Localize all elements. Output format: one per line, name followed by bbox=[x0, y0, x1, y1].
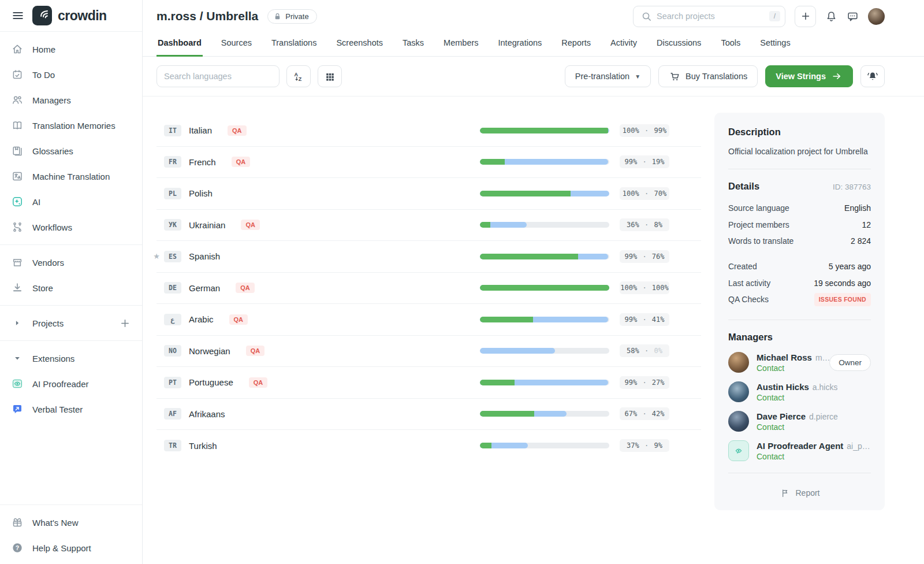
lock-icon bbox=[273, 12, 282, 21]
tab-sources[interactable]: Sources bbox=[220, 32, 253, 57]
language-row-italian[interactable]: IT Italian QA 100% · 99% bbox=[157, 115, 701, 147]
translation-progress-bar bbox=[480, 128, 609, 133]
sidebar-item-extensions[interactable]: Extensions bbox=[0, 346, 142, 371]
qa-issues-badge[interactable]: QA bbox=[241, 220, 260, 230]
create-project-button[interactable] bbox=[795, 6, 816, 27]
contact-link[interactable]: Contact bbox=[757, 363, 829, 373]
tab-tasks[interactable]: Tasks bbox=[401, 32, 425, 57]
qa-issues-badge[interactable]: QA bbox=[246, 346, 265, 356]
notifications-bell-icon[interactable] bbox=[825, 10, 837, 23]
language-row-polish[interactable]: PL Polish 100% · 70% bbox=[157, 178, 701, 210]
language-name: Arabic bbox=[189, 314, 214, 324]
approved-segment bbox=[480, 191, 571, 196]
language-row-afrikaans[interactable]: AF Afrikaans 67% · 42% bbox=[157, 399, 701, 431]
view-strings-button[interactable]: View Strings bbox=[765, 65, 853, 87]
description-text: Official localization project for Umbrel… bbox=[728, 146, 871, 157]
language-row-portuguese[interactable]: PT Portuguese QA 99% · 27% bbox=[157, 367, 701, 399]
sidebar-item-ai[interactable]: AI bbox=[0, 189, 142, 214]
translation-progress-bar bbox=[480, 191, 609, 196]
sidebar-item-workflows[interactable]: Workflows bbox=[0, 214, 142, 240]
details-row-created: Created 5 years ago bbox=[728, 258, 871, 274]
messages-icon[interactable] bbox=[847, 10, 859, 23]
chevron-right-icon bbox=[12, 317, 23, 329]
language-row-norwegian[interactable]: NO Norwegian QA 58% · 0% bbox=[157, 336, 701, 368]
contact-link[interactable]: Contact bbox=[757, 422, 838, 432]
approved-segment bbox=[480, 285, 609, 291]
sidebar-item-glossaries[interactable]: Glossaries bbox=[0, 138, 142, 164]
sidebar-item-store[interactable]: Store bbox=[0, 275, 142, 300]
contact-link[interactable]: Contact bbox=[757, 393, 837, 402]
tab-tools[interactable]: Tools bbox=[720, 32, 742, 57]
divider bbox=[728, 320, 871, 320]
sidebar-item-what-s-new[interactable]: What's New bbox=[0, 510, 142, 535]
subscribe-notifications-button[interactable] bbox=[860, 65, 885, 87]
qa-issues-badge[interactable]: QA bbox=[232, 157, 251, 167]
progress-percentages: 99% · 41% bbox=[620, 313, 669, 326]
tab-translations[interactable]: Translations bbox=[270, 32, 318, 57]
language-list: IT Italian QA 100% · 99% FR French QA 99… bbox=[157, 115, 701, 462]
tab-screenshots[interactable]: Screenshots bbox=[335, 32, 384, 57]
sidebar-item-ai-proofreader[interactable]: AI Proofreader bbox=[0, 371, 142, 396]
language-code-badge: TR bbox=[164, 440, 181, 451]
search-projects-input[interactable] bbox=[657, 12, 765, 21]
search-icon bbox=[640, 10, 652, 22]
topbar: m.ross / Umbrella Private / bbox=[143, 0, 924, 32]
language-row-french[interactable]: FR French QA 99% · 19% bbox=[157, 147, 701, 179]
grid-view-button[interactable] bbox=[318, 65, 342, 87]
language-name: Turkish bbox=[189, 441, 217, 451]
report-link[interactable]: Report bbox=[728, 485, 871, 500]
language-row-turkish[interactable]: TR Turkish 37% · 9% bbox=[157, 430, 701, 462]
progress-percentages: 100% · 70% bbox=[620, 187, 669, 200]
language-name: Ukrainian bbox=[189, 220, 225, 230]
language-name: German bbox=[189, 283, 220, 293]
crowdin-logo[interactable]: crowdin bbox=[32, 6, 107, 25]
contact-link[interactable]: Contact bbox=[757, 452, 871, 461]
qa-issues-badge[interactable]: QA bbox=[229, 314, 248, 325]
add-project-button[interactable] bbox=[120, 318, 131, 329]
managers-title: Managers bbox=[728, 332, 871, 343]
tab-settings[interactable]: Settings bbox=[759, 32, 791, 57]
sidebar-item-translation-memories[interactable]: Translation Memories bbox=[0, 113, 142, 138]
sidebar-item-vendors[interactable]: Vendors bbox=[0, 250, 142, 275]
language-name: Italian bbox=[189, 125, 212, 135]
pre-translation-dropdown[interactable]: Pre-translation ▼ bbox=[565, 65, 651, 87]
language-row-ukrainian[interactable]: УК Ukrainian QA 36% · 8% bbox=[157, 210, 701, 242]
qa-issues-found-badge[interactable]: ISSUES FOUND bbox=[814, 293, 871, 306]
ai-proofreader-icon bbox=[12, 378, 23, 389]
description-title: Description bbox=[728, 127, 871, 138]
qa-issues-badge[interactable]: QA bbox=[228, 125, 247, 136]
sidebar-item-verbal-tester[interactable]: Verbal Tester bbox=[0, 396, 142, 422]
details-row-project-members: Project members 12 bbox=[728, 217, 871, 233]
approved-segment bbox=[480, 159, 505, 165]
sidebar-item-managers[interactable]: Managers bbox=[0, 87, 142, 113]
tab-activity[interactable]: Activity bbox=[609, 32, 638, 57]
progress-percentages: 58% · 0% bbox=[620, 344, 669, 357]
translation-progress-bar bbox=[480, 222, 609, 228]
chevron-down-icon bbox=[12, 352, 23, 364]
buy-translations-button[interactable]: Buy Translations bbox=[658, 65, 758, 87]
menu-hamburger-icon[interactable] bbox=[12, 9, 24, 22]
sidebar-item-projects[interactable]: Projects bbox=[0, 310, 142, 336]
sidebar-header: crowdin bbox=[0, 0, 142, 32]
sidebar-item-to-do[interactable]: To Do bbox=[0, 62, 142, 87]
language-row-german[interactable]: DE German QA 100% · 100% bbox=[157, 273, 701, 305]
manager-username: m.ross bbox=[815, 353, 829, 362]
language-row-spanish[interactable]: ★ ES Spanish 99% · 76% bbox=[157, 241, 701, 273]
qa-issues-badge[interactable]: QA bbox=[249, 377, 268, 388]
sidebar-item-help-support[interactable]: ?Help & Support bbox=[0, 535, 142, 561]
sort-languages-button[interactable]: AZ bbox=[286, 65, 311, 87]
tab-members[interactable]: Members bbox=[442, 32, 479, 57]
tab-reports[interactable]: Reports bbox=[560, 32, 592, 57]
qa-issues-badge[interactable]: QA bbox=[236, 283, 255, 293]
search-languages-input[interactable] bbox=[164, 72, 272, 81]
tab-integrations[interactable]: Integrations bbox=[497, 32, 543, 57]
sidebar-item-home[interactable]: Home bbox=[0, 36, 142, 62]
tab-dashboard[interactable]: Dashboard bbox=[157, 32, 203, 57]
workflows-icon bbox=[12, 221, 23, 233]
user-avatar[interactable] bbox=[868, 8, 885, 25]
favorite-star-icon[interactable]: ★ bbox=[151, 252, 162, 261]
language-row-arabic[interactable]: ع Arabic QA 99% · 41% bbox=[157, 304, 701, 336]
tab-discussions[interactable]: Discussions bbox=[655, 32, 702, 57]
sidebar-item-machine-translation[interactable]: Machine Translation bbox=[0, 164, 142, 189]
avatar bbox=[728, 381, 749, 402]
